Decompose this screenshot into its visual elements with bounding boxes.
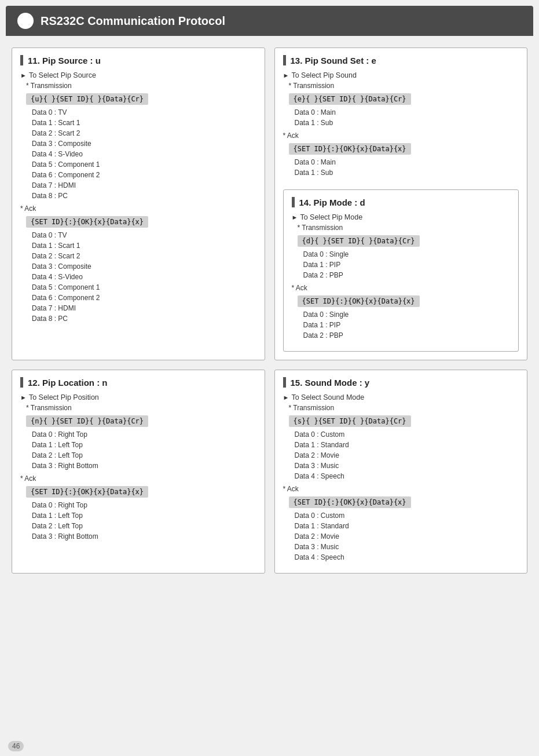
arrow-icon: ► <box>20 72 27 79</box>
section-title-sound-mode: 15. Sound Mode : y <box>283 377 519 388</box>
header-bar: RS232C Communication Protocol <box>6 6 533 36</box>
list-item: Data 0 : TV <box>32 230 256 240</box>
list-item: Data 0 : Main <box>295 157 519 167</box>
pip-source-subtitle: ► To Select Pip Source <box>20 71 256 79</box>
list-item: Data 2 : PBP <box>303 330 511 341</box>
list-item: Data 2 : PBP <box>303 270 511 280</box>
arrow-icon: ► <box>283 72 289 79</box>
ack-code: {SET ID}{:}{OK}{x}{Data}{x} <box>289 496 411 508</box>
section-title-pip-sound-set: 13. Pip Sound Set : e <box>283 55 519 65</box>
ack-data-list: Data 0 : TV Data 1 : Scart 1 Data 2 : Sc… <box>32 230 256 324</box>
transmission-data-list: Data 0 : Single Data 1 : PIP Data 2 : PB… <box>303 249 511 280</box>
arrow-icon: ► <box>20 394 27 401</box>
pip-mode-subtitle: ► To Select Pip Mode <box>292 213 511 221</box>
list-item: Data 2 : Left Top <box>32 521 256 531</box>
transmission-data-list: Data 0 : Main Data 1 : Sub <box>295 107 519 128</box>
list-item: Data 4 : S-Video <box>32 272 256 282</box>
transmission-data-list: Data 0 : Right Top Data 1 : Left Top Dat… <box>32 429 256 471</box>
arrow-icon: ► <box>283 394 289 401</box>
ack-code: {SET ID}{:}{OK}{x}{Data}{x} <box>26 486 148 498</box>
list-item: Data 2 : Left Top <box>32 450 256 461</box>
ack-code: {SET ID}{:}{OK}{x}{Data}{x} <box>298 295 420 307</box>
section-pip-source: 11. Pip Source : u ► To Select Pip Sourc… <box>12 48 265 360</box>
list-item: Data 0 : TV <box>32 107 256 118</box>
list-item: Data 3 : Composite <box>32 138 256 149</box>
list-item: Data 1 : Left Top <box>32 440 256 450</box>
transmission-code: {s}{ }{SET ID}{ }{Data}{Cr} <box>289 415 411 427</box>
transmission-code: {n}{ }{SET ID}{ }{Data}{Cr} <box>26 415 148 427</box>
page-title: RS232C Communication Protocol <box>41 14 225 28</box>
list-item: Data 2 : Movie <box>295 531 519 542</box>
list-item: Data 3 : Right Bottom <box>32 531 256 542</box>
list-item: Data 1 : Left Top <box>32 510 256 521</box>
list-item: Data 6 : Component 2 <box>32 170 256 180</box>
list-item: Data 4 : S-Video <box>32 149 256 159</box>
list-item: Data 0 : Single <box>303 249 511 260</box>
transmission-label: * Transmission <box>289 82 519 90</box>
section-sound-mode: 15. Sound Mode : y ► To Select Sound Mod… <box>274 370 528 574</box>
transmission-data-list: Data 0 : Custom Data 1 : Standard Data 2… <box>295 429 519 481</box>
title-bar-icon <box>283 55 286 65</box>
page-number: 46 <box>8 741 24 751</box>
list-item: Data 3 : Music <box>295 461 519 471</box>
list-item: Data 5 : Component 1 <box>32 159 256 170</box>
list-item: Data 5 : Component 1 <box>32 282 256 293</box>
list-item: Data 7 : HDMI <box>32 180 256 191</box>
section-title-pip-location: 12. Pip Location : n <box>20 377 256 388</box>
ack-label: * Ack <box>292 284 511 292</box>
ack-label: * Ack <box>20 204 256 213</box>
arrow-icon: ► <box>292 214 298 221</box>
list-item: Data 0 : Right Top <box>32 429 256 440</box>
title-bar-icon <box>283 377 286 388</box>
list-item: Data 1 : Standard <box>295 440 519 450</box>
list-item: Data 0 : Custom <box>295 429 519 440</box>
list-item: Data 8 : PC <box>32 313 256 324</box>
list-item: Data 1 : PIP <box>303 320 511 330</box>
title-bar-icon <box>20 55 23 65</box>
section-pip-mode: 14. Pip Mode : d ► To Select Pip Mode * … <box>283 189 519 352</box>
ack-code: {SET ID}{:}{OK}{x}{Data}{x} <box>289 143 411 155</box>
ack-data-list: Data 0 : Right Top Data 1 : Left Top Dat… <box>32 500 256 542</box>
content-area: 11. Pip Source : u ► To Select Pip Sourc… <box>6 48 533 579</box>
list-item: Data 3 : Composite <box>32 261 256 272</box>
section-pip-sound-set: 13. Pip Sound Set : e ► To Select Pip So… <box>274 48 528 360</box>
sound-mode-subtitle: ► To Select Sound Mode <box>283 393 519 401</box>
list-item: Data 1 : Scart 1 <box>32 118 256 128</box>
section-pip-location: 12. Pip Location : n ► To Select Pip Pos… <box>12 370 265 574</box>
transmission-data-list: Data 0 : TV Data 1 : Scart 1 Data 2 : Sc… <box>32 107 256 201</box>
list-item: Data 4 : Speech <box>295 552 519 563</box>
list-item: Data 1 : Sub <box>295 118 519 128</box>
page-wrapper: RS232C Communication Protocol 11. Pip So… <box>0 0 539 756</box>
transmission-code: {u}{ }{SET ID}{ }{Data}{Cr} <box>26 93 148 105</box>
ack-label: * Ack <box>20 474 256 483</box>
list-item: Data 0 : Custom <box>295 510 519 521</box>
ack-code: {SET ID}{:}{OK}{x}{Data}{x} <box>26 216 148 228</box>
list-item: Data 1 : Standard <box>295 521 519 531</box>
list-item: Data 0 : Right Top <box>32 500 256 510</box>
list-item: Data 0 : Main <box>295 107 519 118</box>
transmission-label: * Transmission <box>298 224 511 232</box>
list-item: Data 4 : Speech <box>295 471 519 481</box>
list-item: Data 8 : PC <box>32 191 256 201</box>
list-item: Data 0 : Single <box>303 309 511 320</box>
list-item: Data 1 : Scart 1 <box>32 240 256 251</box>
transmission-label: * Transmission <box>26 82 256 90</box>
section-title-pip-source: 11. Pip Source : u <box>20 55 256 65</box>
transmission-code: {e}{ }{SET ID}{ }{Data}{Cr} <box>289 93 411 105</box>
list-item: Data 3 : Music <box>295 542 519 552</box>
section-title-pip-mode: 14. Pip Mode : d <box>292 197 511 207</box>
transmission-label: * Transmission <box>289 404 519 412</box>
list-item: Data 1 : Sub <box>295 167 519 178</box>
list-item: Data 2 : Scart 2 <box>32 251 256 261</box>
ack-data-list: Data 0 : Custom Data 1 : Standard Data 2… <box>295 510 519 563</box>
pip-location-subtitle: ► To Select Pip Position <box>20 393 256 401</box>
ack-data-list: Data 0 : Main Data 1 : Sub <box>295 157 519 178</box>
ack-label: * Ack <box>283 485 519 493</box>
title-bar-icon <box>20 377 23 388</box>
list-item: Data 2 : Scart 2 <box>32 128 256 138</box>
list-item: Data 7 : HDMI <box>32 303 256 313</box>
list-item: Data 6 : Component 2 <box>32 293 256 303</box>
title-bar-icon <box>292 197 295 207</box>
transmission-label: * Transmission <box>26 404 256 412</box>
list-item: Data 3 : Right Bottom <box>32 461 256 471</box>
